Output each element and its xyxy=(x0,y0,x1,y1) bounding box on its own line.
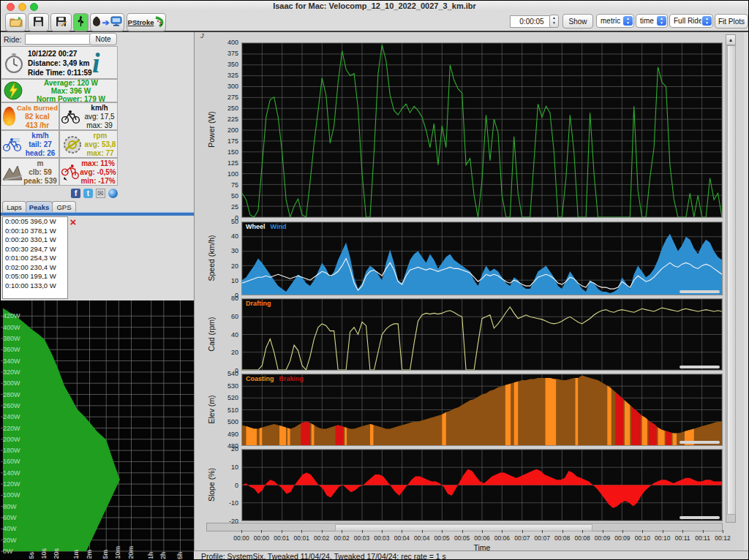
tab-gps[interactable]: GPS xyxy=(52,201,76,213)
time-tick xyxy=(482,530,483,533)
google-earth-icon[interactable] xyxy=(108,189,118,198)
twitter-icon[interactable]: t xyxy=(83,189,93,198)
fit-plots-button[interactable]: Fit Plots xyxy=(715,14,748,29)
ride-distance: Distance: 3,49 km xyxy=(28,59,90,67)
download-from-device-button[interactable]: ➔ xyxy=(90,13,124,31)
speed-plot[interactable] xyxy=(241,222,723,295)
peak-list-item[interactable]: 0:00:30 294,7 W xyxy=(3,245,67,254)
slope-max: max: 11% xyxy=(79,159,117,167)
ride-date: 10/12/22 00:27 xyxy=(28,50,77,58)
tab-laps[interactable]: Laps xyxy=(2,201,26,213)
horizontal-scrollbar[interactable] xyxy=(206,523,723,531)
mountain-icon xyxy=(2,164,23,184)
save-button[interactable] xyxy=(28,13,49,31)
downhill-cyclist-icon xyxy=(61,164,80,184)
power-duration-ytick-label: 40W xyxy=(3,525,17,532)
time-tick xyxy=(603,530,603,533)
cadence-plot[interactable] xyxy=(241,298,723,371)
power-duration-canvas xyxy=(1,300,194,560)
peak-list-item[interactable]: 0:00:20 330,1 W xyxy=(3,235,67,245)
usb-device-button[interactable] xyxy=(73,13,89,31)
delete-peaks-button[interactable]: × xyxy=(68,217,78,227)
peak-list-item[interactable]: 0:01:00 254,3 W xyxy=(3,254,67,263)
speed-ytick-label: 10 xyxy=(214,277,238,284)
peak-list-item[interactable]: 0:02:00 230,4 W xyxy=(3,263,67,273)
wind-title: km/h xyxy=(22,132,59,140)
pstroke-button[interactable]: PStroke xyxy=(127,13,166,31)
peak-list-item[interactable]: 0:05:00 199,1 W xyxy=(3,272,67,281)
scroll-up-arrow-icon[interactable]: ▲ xyxy=(726,35,735,45)
time-tick xyxy=(542,530,543,533)
note-button[interactable]: Note xyxy=(89,33,117,45)
speed-plot-canvas xyxy=(242,222,722,295)
share-icons-row: f t ✉ xyxy=(71,189,119,199)
peak-list-item[interactable]: 0:00:10 378,1 W xyxy=(3,227,67,236)
time-cursor-stepper[interactable]: ▲▼ xyxy=(549,15,559,28)
cals-title: Cals Burned xyxy=(17,104,58,112)
mini-scrollbar xyxy=(680,366,720,368)
ride-name-input[interactable] xyxy=(25,34,94,45)
peak-list-item[interactable]: 0:10:00 133,0 W xyxy=(3,281,67,291)
power-ytick-label: 200 xyxy=(214,126,238,134)
profile-status-text: Profile: SystemSix, Tweaked 11/04/24, Tw… xyxy=(201,552,446,560)
power-duration-ytick-label: 140W xyxy=(3,469,20,477)
elev-ytick-label: 490 xyxy=(214,431,238,438)
save-as-floppy-icon xyxy=(56,16,67,29)
climb-summary-cell: m clb: 59 peak: 539 xyxy=(1,158,59,186)
tab-divider xyxy=(1,212,194,216)
power-duration-area xyxy=(3,309,120,551)
open-file-button[interactable] xyxy=(5,13,26,31)
power-duration-xtick-label: 20s xyxy=(53,548,60,559)
time-cursor-field[interactable]: 0:00:05 xyxy=(510,15,554,28)
units-select[interactable]: metric ▲▼ xyxy=(596,14,634,28)
facebook-icon[interactable]: f xyxy=(71,189,80,198)
pstroke-label: PStroke xyxy=(128,18,154,26)
slope-ytick-label: -20 xyxy=(214,518,238,525)
speed-ytick-label: 40 xyxy=(214,232,238,240)
save-as-button[interactable] xyxy=(50,13,72,31)
flame-icon xyxy=(3,107,15,126)
rpm-title: rpm xyxy=(83,132,117,140)
power-average: Average: 120 W xyxy=(25,79,117,87)
elevation-plot[interactable] xyxy=(241,374,723,446)
slope-plot[interactable] xyxy=(241,449,723,521)
select-stepper-icon: ▲▼ xyxy=(623,16,633,26)
stopwatch-icon xyxy=(3,52,25,77)
power-ytick-label: 50 xyxy=(214,192,238,200)
power-duration-xtick-label: 5s xyxy=(28,552,35,559)
time-tick xyxy=(282,530,282,533)
mini-scrollbar xyxy=(680,290,720,293)
title-bar: Isaac for Mac: Velocomp_12_10_2022_0027_… xyxy=(1,1,748,12)
cadence-summary-cell: rpm avg: 53,8 max: 77 xyxy=(59,130,118,158)
email-icon[interactable]: ✉ xyxy=(96,189,105,198)
power-duration-ytick-label: 400W xyxy=(3,324,20,331)
vertical-scroll-thumb[interactable] xyxy=(727,45,736,515)
climb-total: clb: 59 xyxy=(22,168,59,176)
xaxis-select[interactable]: time ▲▼ xyxy=(636,14,668,28)
power-duration-chart[interactable]: 0W20W40W60W80W100W120W140W160W180W200W22… xyxy=(1,300,194,560)
power-plot[interactable] xyxy=(241,42,723,218)
time-tick xyxy=(442,530,443,533)
computer-icon xyxy=(110,16,122,29)
mini-scrollbar xyxy=(680,516,720,519)
peak-list-item[interactable]: 0:00:05 396,0 W xyxy=(3,217,67,227)
time-tick xyxy=(642,530,643,533)
tab-peaks[interactable]: Peaks xyxy=(26,201,53,213)
range-select[interactable]: Full Ride ▲▼ xyxy=(669,14,713,28)
horizontal-scroll-thumb[interactable] xyxy=(335,524,592,531)
power-duration-ytick-label: 100W xyxy=(3,491,20,499)
show-button[interactable]: Show xyxy=(562,14,593,29)
power-duration-ytick-label: 220W xyxy=(3,425,20,432)
power-ytick-label: 75 xyxy=(214,181,238,189)
speed-summary-cell: km/h avg: 17,5 max: 39 xyxy=(59,102,118,130)
mini-scrollbar xyxy=(680,441,720,444)
peaks-list[interactable]: 0:00:05 396,0 W0:00:10 378,1 W0:00:20 33… xyxy=(2,216,68,299)
cad-ytick-label: 20 xyxy=(214,349,238,356)
time-tick xyxy=(622,530,623,533)
time-tick xyxy=(342,530,342,533)
climb-title: m xyxy=(22,159,59,167)
vertical-scrollbar[interactable]: ▲ xyxy=(726,34,736,523)
calories-cell: Cals Burned 82 kcal 413 /hr xyxy=(1,102,59,130)
elev-ytick-label: 500 xyxy=(214,418,238,425)
rpm-avg: avg: 53,8 xyxy=(83,140,117,148)
